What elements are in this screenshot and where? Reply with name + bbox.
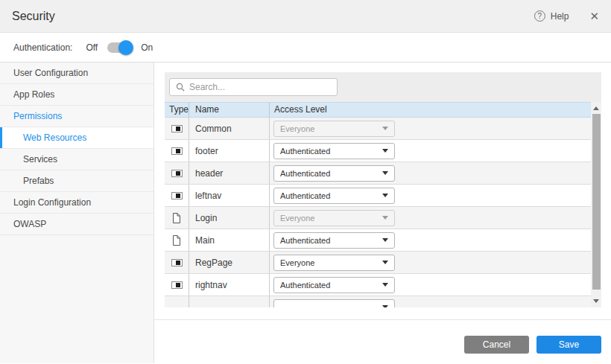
access-cell: Authenticated <box>270 162 591 184</box>
name-cell: Main <box>189 229 270 251</box>
access-level-value: Everyone <box>280 214 382 223</box>
caret-down-icon <box>382 194 388 197</box>
vertical-scrollbar[interactable] <box>591 102 601 307</box>
sidebar-item-services[interactable]: Services <box>0 149 153 170</box>
access-cell: Authenticated <box>270 185 591 206</box>
caret-down-icon <box>382 149 388 153</box>
search-icon <box>176 83 185 92</box>
caret-down-icon <box>382 238 388 242</box>
partial-icon-fill <box>176 261 180 265</box>
partial-icon <box>171 281 183 289</box>
access-cell: Authenticated <box>270 274 591 296</box>
search-box[interactable] <box>169 78 338 96</box>
resource-table: Type Name Access Level CommonEveryonefoo… <box>165 102 591 307</box>
table-row: CommonEveryone <box>165 118 591 140</box>
table-row: MainAuthenticated <box>165 229 591 252</box>
close-icon[interactable]: ✕ <box>589 10 599 22</box>
help-button[interactable]: ? Help <box>534 10 569 22</box>
access-level-value: Authenticated <box>280 281 382 290</box>
type-cell <box>165 207 189 229</box>
sidebar-item-web-resources[interactable]: Web Resources <box>0 127 153 149</box>
table-row: footerAuthenticated <box>165 140 591 162</box>
access-cell <box>270 296 591 307</box>
table-row: headerAuthenticated <box>165 162 591 185</box>
caret-down-icon <box>382 261 388 264</box>
page-title: Security <box>12 10 534 23</box>
table-row: leftnavAuthenticated <box>165 185 591 207</box>
access-cell: Authenticated <box>270 140 591 162</box>
sidebar-item-owasp[interactable]: OWASP <box>0 214 153 235</box>
access-cell: Authenticated <box>270 229 591 251</box>
name-cell: footer <box>189 140 270 162</box>
access-cell: Everyone <box>270 118 591 139</box>
main-content: Type Name Access Level CommonEveryonefoo… <box>154 63 611 363</box>
name-cell: Login <box>189 207 270 229</box>
table-scroll-region: Type Name Access Level CommonEveryonefoo… <box>165 102 601 307</box>
resource-table-body: CommonEveryonefooterAuthenticatedheaderA… <box>165 118 591 307</box>
sidebar: User ConfigurationApp RolesPermissionsWe… <box>0 63 154 363</box>
sidebar-item-label: App Roles <box>13 89 54 100</box>
authentication-toggle[interactable] <box>107 42 131 53</box>
page-icon <box>172 213 181 223</box>
caret-down-icon <box>382 283 388 287</box>
access-level-select[interactable]: Authenticated <box>273 277 395 293</box>
type-cell <box>165 296 189 307</box>
access-cell: Everyone <box>270 252 591 273</box>
page-icon <box>172 235 181 246</box>
caret-down-icon <box>382 305 388 307</box>
toggle-knob <box>118 40 133 55</box>
access-level-select[interactable]: Authenticated <box>273 165 395 182</box>
partial-icon <box>171 125 183 132</box>
access-level-value: Authenticated <box>280 147 382 156</box>
access-level-value: Everyone <box>280 258 382 267</box>
name-cell: leftnav <box>189 185 270 206</box>
access-level-select[interactable]: Authenticated <box>273 232 395 249</box>
access-level-select[interactable] <box>273 299 395 308</box>
sidebar-item-label: Permissions <box>13 111 62 121</box>
scroll-down-icon[interactable] <box>593 299 599 303</box>
permissions-panel: Type Name Access Level CommonEveryonefoo… <box>165 72 601 307</box>
sidebar-item-login-configuration[interactable]: Login Configuration <box>0 192 153 214</box>
toggle-on-label: On <box>141 42 153 53</box>
name-cell <box>189 296 270 307</box>
column-header-name: Name <box>189 103 270 117</box>
footer-divider <box>154 319 611 320</box>
sidebar-item-app-roles[interactable]: App Roles <box>0 84 153 106</box>
help-label: Help <box>551 11 569 22</box>
authentication-row: Authentication: Off On <box>0 33 611 63</box>
partial-icon-fill <box>176 194 180 198</box>
scroll-up-icon[interactable] <box>593 106 599 110</box>
name-cell: Common <box>189 118 270 139</box>
partial-icon-fill <box>176 171 180 176</box>
sidebar-item-label: OWASP <box>13 219 46 229</box>
access-level-select[interactable]: Authenticated <box>273 188 395 204</box>
name-cell: rightnav <box>189 274 270 296</box>
name-cell: RegPage <box>189 252 270 273</box>
sidebar-item-prefabs[interactable]: Prefabs <box>0 170 153 192</box>
toggle-off-label: Off <box>86 42 98 53</box>
sidebar-item-permissions[interactable]: Permissions <box>0 106 153 127</box>
cancel-button[interactable]: Cancel <box>464 336 529 354</box>
scrollbar-thumb[interactable] <box>592 114 601 290</box>
type-cell <box>165 118 189 139</box>
column-header-access-level: Access Level <box>270 103 591 117</box>
save-button[interactable]: Save <box>536 336 601 354</box>
authentication-label: Authentication: <box>13 42 72 53</box>
caret-down-icon <box>382 127 388 130</box>
search-row <box>165 72 601 102</box>
partial-icon <box>171 192 183 199</box>
access-level-value: Authenticated <box>280 191 382 200</box>
name-cell: header <box>189 162 270 184</box>
partial-icon <box>171 170 183 177</box>
access-level-select[interactable]: Everyone <box>273 255 395 271</box>
table-header-row: Type Name Access Level <box>165 102 591 118</box>
sidebar-item-user-configuration[interactable]: User Configuration <box>0 63 153 84</box>
access-level-value: Everyone <box>280 124 382 133</box>
sidebar-item-label: Login Configuration <box>13 197 91 208</box>
access-level-select: Everyone <box>273 210 395 226</box>
search-input[interactable] <box>189 82 331 92</box>
sidebar-item-label: Services <box>23 154 57 165</box>
access-level-select[interactable]: Authenticated <box>273 143 395 159</box>
type-cell <box>165 252 189 273</box>
access-level-value: Authenticated <box>280 169 382 178</box>
